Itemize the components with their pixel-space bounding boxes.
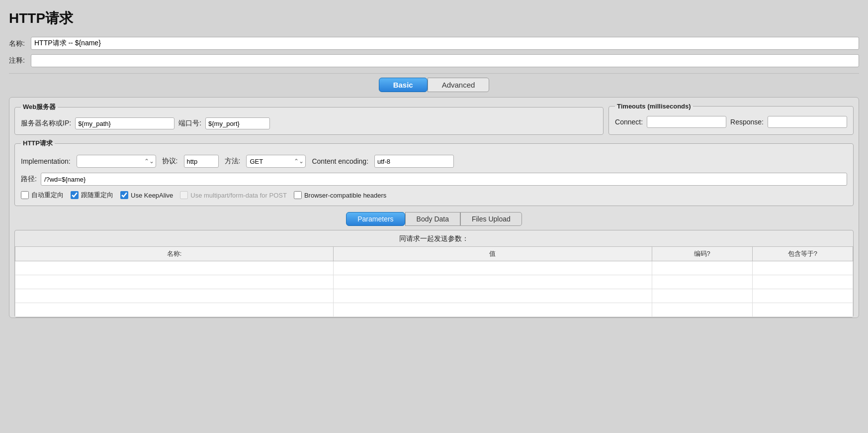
keepalive-checkbox-item[interactable]: Use KeepAlive: [120, 191, 173, 199]
comment-label: 注释:: [9, 56, 29, 65]
multipart-checkbox-item[interactable]: Use multipart/form-data for POST: [180, 191, 287, 199]
browser-headers-checkbox[interactable]: [294, 191, 302, 199]
response-input[interactable]: [768, 116, 847, 128]
encoding-label: Content encoding:: [312, 157, 368, 165]
web-server-legend: Web服务器: [21, 103, 58, 111]
sub-tab-parameters[interactable]: Parameters: [346, 212, 405, 226]
comment-input[interactable]: [31, 54, 859, 67]
params-table-header-row: 名称: 值 编码? 包含等于?: [15, 247, 853, 261]
params-table-body: [15, 261, 853, 317]
path-label: 路径:: [21, 175, 37, 184]
sub-tab-files-upload[interactable]: Files Upload: [460, 212, 522, 226]
web-server-section: Web服务器 服务器名称或IP: 端口号:: [14, 103, 604, 135]
method-select-wrapper: GET POST PUT DELETE ⌃⌄: [246, 155, 306, 168]
main-panel: Web服务器 服务器名称或IP: 端口号: Timeouts (millisec…: [9, 97, 859, 318]
comment-row: 注释:: [9, 52, 859, 69]
checkboxes-row: 自动重定向 跟随重定向 Use KeepAlive Use multipart/…: [21, 191, 847, 200]
follow-redirect-checkbox-item[interactable]: 跟随重定向: [71, 191, 113, 200]
sub-tab-bar: Parameters Body Data Files Upload: [14, 212, 854, 226]
name-row: 名称:: [9, 35, 859, 52]
multipart-label: Use multipart/form-data for POST: [190, 192, 287, 199]
name-label: 名称:: [9, 39, 29, 48]
protocol-input[interactable]: [184, 155, 219, 168]
timeouts-section: Timeouts (milliseconds) Connect: Respons…: [608, 103, 854, 135]
impl-select-wrapper: ⌃⌄: [77, 155, 156, 168]
parameters-section: 同请求一起发送参数： 名称: 值 编码? 包含等于?: [14, 230, 854, 318]
impl-row: Implementation: ⌃⌄ 协议: 方法: GET POST PUT …: [21, 155, 847, 168]
tab-basic[interactable]: Basic: [379, 78, 428, 92]
browser-headers-checkbox-item[interactable]: Browser-compatible headers: [294, 191, 386, 199]
table-row: [15, 303, 853, 317]
server-input[interactable]: [75, 117, 174, 129]
col-encode-header: 编码?: [652, 247, 752, 261]
params-header: 同请求一起发送参数：: [15, 230, 853, 246]
table-row: [15, 289, 853, 303]
table-row: [15, 261, 853, 275]
name-input[interactable]: [31, 37, 859, 50]
server-timeouts-group: Web服务器 服务器名称或IP: 端口号: Timeouts (millisec…: [14, 103, 854, 135]
params-table: 名称: 值 编码? 包含等于?: [15, 246, 853, 317]
method-label: 方法:: [225, 157, 241, 166]
http-request-section: HTTP请求 Implementation: ⌃⌄ 协议: 方法: GET PO…: [14, 139, 854, 206]
keepalive-checkbox[interactable]: [120, 191, 128, 199]
server-row: 服务器名称或IP: 端口号:: [21, 117, 597, 129]
divider: [9, 73, 859, 74]
col-name-header: 名称:: [15, 247, 334, 261]
auto-redirect-checkbox[interactable]: [21, 191, 29, 199]
http-request-legend: HTTP请求: [21, 139, 55, 148]
response-label: Response:: [730, 118, 764, 126]
follow-redirect-checkbox[interactable]: [71, 191, 79, 199]
keepalive-label: Use KeepAlive: [131, 192, 173, 199]
server-label: 服务器名称或IP:: [21, 119, 71, 128]
port-label: 端口号:: [178, 119, 201, 128]
impl-select[interactable]: [77, 155, 156, 168]
connect-input[interactable]: [647, 116, 726, 128]
follow-redirect-label: 跟随重定向: [81, 191, 113, 200]
auto-redirect-label: 自动重定向: [31, 191, 64, 200]
timeouts-row: Connect: Response:: [615, 116, 847, 128]
encoding-input[interactable]: [374, 155, 454, 168]
col-include-header: 包含等于?: [752, 247, 853, 261]
method-select[interactable]: GET POST PUT DELETE: [246, 155, 306, 168]
path-input[interactable]: [41, 173, 847, 186]
protocol-label: 协议:: [162, 157, 178, 166]
browser-headers-label: Browser-compatible headers: [304, 192, 386, 199]
page-title: HTTP请求: [9, 9, 859, 28]
tab-advanced[interactable]: Advanced: [428, 78, 490, 92]
col-value-header: 值: [334, 247, 652, 261]
path-row: 路径:: [21, 173, 847, 186]
multipart-checkbox[interactable]: [180, 191, 188, 199]
port-input[interactable]: [205, 117, 270, 129]
sub-tab-body-data[interactable]: Body Data: [405, 212, 460, 226]
main-tab-bar: Basic Advanced: [9, 78, 859, 92]
auto-redirect-checkbox-item[interactable]: 自动重定向: [21, 191, 64, 200]
connect-label: Connect:: [615, 118, 643, 126]
timeouts-legend: Timeouts (milliseconds): [615, 103, 693, 110]
table-row: [15, 275, 853, 289]
impl-label: Implementation:: [21, 157, 71, 165]
